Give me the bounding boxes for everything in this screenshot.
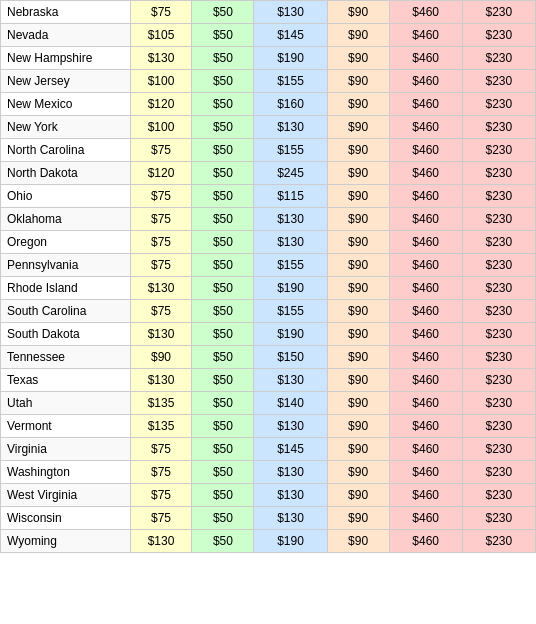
price-cell: $50 xyxy=(192,300,254,323)
price-cell: $230 xyxy=(462,70,535,93)
price-cell: $155 xyxy=(254,139,327,162)
state-name-cell: Washington xyxy=(1,461,131,484)
price-cell: $90 xyxy=(327,185,389,208)
state-name-cell: New Mexico xyxy=(1,93,131,116)
state-name-cell: West Virginia xyxy=(1,484,131,507)
price-cell: $75 xyxy=(130,300,192,323)
price-cell: $460 xyxy=(389,185,462,208)
price-cell: $90 xyxy=(327,415,389,438)
price-cell: $130 xyxy=(254,1,327,24)
state-name-cell: Tennessee xyxy=(1,346,131,369)
price-cell: $230 xyxy=(462,47,535,70)
price-cell: $90 xyxy=(327,47,389,70)
price-cell: $130 xyxy=(130,530,192,553)
state-name-cell: Utah xyxy=(1,392,131,415)
price-cell: $190 xyxy=(254,277,327,300)
price-cell: $90 xyxy=(130,346,192,369)
price-cell: $460 xyxy=(389,530,462,553)
price-cell: $230 xyxy=(462,231,535,254)
table-row: New Mexico$120$50$160$90$460$230 xyxy=(1,93,536,116)
price-cell: $50 xyxy=(192,392,254,415)
price-cell: $90 xyxy=(327,369,389,392)
table-row: Rhode Island$130$50$190$90$460$230 xyxy=(1,277,536,300)
price-cell: $460 xyxy=(389,438,462,461)
price-cell: $230 xyxy=(462,507,535,530)
price-cell: $460 xyxy=(389,93,462,116)
table-row: New Jersey$100$50$155$90$460$230 xyxy=(1,70,536,93)
price-cell: $50 xyxy=(192,162,254,185)
table-row: Ohio$75$50$115$90$460$230 xyxy=(1,185,536,208)
price-cell: $90 xyxy=(327,461,389,484)
price-cell: $50 xyxy=(192,254,254,277)
price-cell: $230 xyxy=(462,162,535,185)
price-cell: $460 xyxy=(389,484,462,507)
price-cell: $460 xyxy=(389,139,462,162)
price-cell: $130 xyxy=(254,507,327,530)
price-cell: $50 xyxy=(192,530,254,553)
price-cell: $135 xyxy=(130,415,192,438)
price-cell: $230 xyxy=(462,93,535,116)
price-cell: $50 xyxy=(192,415,254,438)
price-cell: $90 xyxy=(327,93,389,116)
table-row: Wyoming$130$50$190$90$460$230 xyxy=(1,530,536,553)
price-cell: $50 xyxy=(192,461,254,484)
price-cell: $130 xyxy=(254,484,327,507)
state-name-cell: Oklahoma xyxy=(1,208,131,231)
price-cell: $130 xyxy=(254,231,327,254)
price-cell: $140 xyxy=(254,392,327,415)
price-cell: $460 xyxy=(389,1,462,24)
price-cell: $130 xyxy=(254,208,327,231)
table-row: Virginia$75$50$145$90$460$230 xyxy=(1,438,536,461)
price-cell: $150 xyxy=(254,346,327,369)
table-row: Oklahoma$75$50$130$90$460$230 xyxy=(1,208,536,231)
price-cell: $460 xyxy=(389,300,462,323)
price-cell: $460 xyxy=(389,507,462,530)
price-cell: $230 xyxy=(462,369,535,392)
price-cell: $120 xyxy=(130,93,192,116)
state-name-cell: North Dakota xyxy=(1,162,131,185)
price-cell: $50 xyxy=(192,47,254,70)
price-cell: $155 xyxy=(254,254,327,277)
price-cell: $50 xyxy=(192,484,254,507)
price-cell: $130 xyxy=(130,277,192,300)
price-cell: $90 xyxy=(327,24,389,47)
price-cell: $460 xyxy=(389,254,462,277)
price-cell: $230 xyxy=(462,116,535,139)
price-cell: $230 xyxy=(462,323,535,346)
price-cell: $190 xyxy=(254,47,327,70)
state-name-cell: Rhode Island xyxy=(1,277,131,300)
price-cell: $75 xyxy=(130,507,192,530)
price-cell: $145 xyxy=(254,24,327,47)
price-cell: $460 xyxy=(389,323,462,346)
state-pricing-table: Nebraska$75$50$130$90$460$230Nevada$105$… xyxy=(0,0,536,553)
state-name-cell: Pennsylvania xyxy=(1,254,131,277)
price-cell: $90 xyxy=(327,530,389,553)
table-row: West Virginia$75$50$130$90$460$230 xyxy=(1,484,536,507)
price-cell: $90 xyxy=(327,392,389,415)
price-cell: $50 xyxy=(192,185,254,208)
price-cell: $90 xyxy=(327,277,389,300)
price-cell: $50 xyxy=(192,24,254,47)
price-cell: $90 xyxy=(327,300,389,323)
table-row: Oregon$75$50$130$90$460$230 xyxy=(1,231,536,254)
table-row: Pennsylvania$75$50$155$90$460$230 xyxy=(1,254,536,277)
state-name-cell: South Carolina xyxy=(1,300,131,323)
price-cell: $230 xyxy=(462,277,535,300)
table-row: North Dakota$120$50$245$90$460$230 xyxy=(1,162,536,185)
price-cell: $90 xyxy=(327,231,389,254)
price-cell: $120 xyxy=(130,162,192,185)
state-name-cell: Wyoming xyxy=(1,530,131,553)
price-cell: $230 xyxy=(462,461,535,484)
price-cell: $50 xyxy=(192,116,254,139)
price-cell: $230 xyxy=(462,24,535,47)
price-cell: $90 xyxy=(327,254,389,277)
price-cell: $50 xyxy=(192,1,254,24)
price-cell: $460 xyxy=(389,415,462,438)
price-cell: $90 xyxy=(327,70,389,93)
table-row: New York$100$50$130$90$460$230 xyxy=(1,116,536,139)
price-cell: $50 xyxy=(192,323,254,346)
price-cell: $130 xyxy=(254,369,327,392)
price-cell: $230 xyxy=(462,139,535,162)
state-name-cell: Nebraska xyxy=(1,1,131,24)
price-cell: $460 xyxy=(389,208,462,231)
